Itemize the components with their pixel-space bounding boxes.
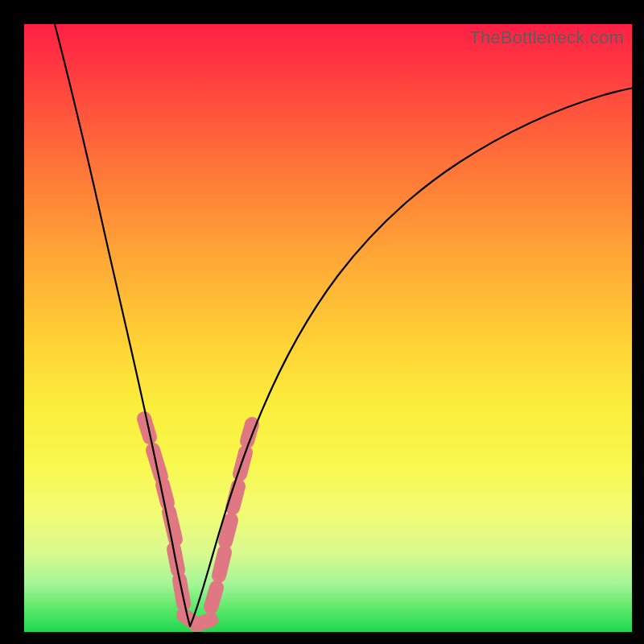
- chart-svg: [24, 24, 632, 632]
- marker-right-1: [211, 588, 217, 607]
- curve-right-branch: [190, 89, 632, 627]
- highlight-markers: [144, 419, 252, 625]
- marker-right-2: [219, 552, 225, 576]
- chart-stage: TheBottleneck.com: [0, 0, 644, 644]
- marker-apex-2: [196, 620, 211, 625]
- plot-area: TheBottleneck.com: [24, 24, 632, 632]
- marker-right-3: [225, 520, 231, 542]
